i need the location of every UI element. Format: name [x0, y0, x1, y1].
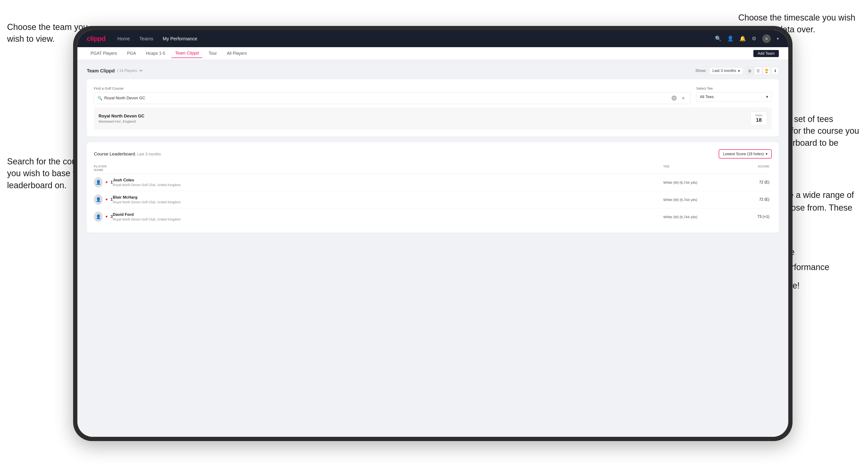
grid-view-button[interactable]: ⊞	[746, 67, 753, 74]
player-score-1: 72 (E)	[734, 180, 772, 184]
nav-team-clippd[interactable]: Team Clippd	[171, 49, 203, 58]
download-button[interactable]: ⬇	[771, 67, 779, 74]
table-row: 👤 ♥ 1 Josh Coles Royal North Devon Golf …	[94, 174, 772, 191]
player-score-2: 72 (E)	[734, 197, 772, 201]
bell-icon[interactable]: 🔔	[739, 36, 746, 42]
player-name-1: Josh Coles	[113, 178, 663, 183]
team-player-count: | 14 Players	[117, 69, 137, 73]
main-content: Team Clippd | 14 Players ✏ Show: Last 3 …	[78, 60, 788, 437]
settings-icon[interactable]: ⚙	[752, 36, 756, 42]
player-club-2: Royal North Devon Golf Club, United King…	[113, 200, 663, 204]
view-icons: ⊞ ☰ 🏆 ⬇	[746, 67, 779, 74]
player-heart-1[interactable]: ♥	[105, 180, 108, 184]
tee-group: Select Tee All Tees ▾	[696, 86, 772, 101]
nav-pgat[interactable]: PGAT Players	[87, 49, 121, 58]
player-rank-2: 1	[111, 197, 113, 202]
show-time-dropdown[interactable]: Last 3 months ▾	[710, 67, 743, 74]
course-result-location: Westward Ho!, England	[99, 119, 144, 123]
search-icon[interactable]: 🔍	[715, 36, 721, 42]
player-avatar-3: 👤	[94, 212, 102, 222]
clear-search-button[interactable]: ✕	[672, 96, 677, 101]
trophy-view-button[interactable]: 🏆	[763, 67, 770, 74]
player-info-1: Josh Coles Royal North Devon Golf Club, …	[113, 178, 663, 187]
player-name-2: Blair McHarg	[113, 195, 663, 200]
nav-my-performance[interactable]: My Performance	[163, 36, 197, 41]
show-chevron-icon: ▾	[738, 69, 740, 73]
search-group: Find a Golf Course 🔍 ✕ ★	[94, 86, 691, 104]
nav-pga[interactable]: PGA	[123, 49, 140, 58]
tablet-shell: clippd Home Teams My Performance 🔍 👤 🔔 ⚙…	[73, 26, 793, 441]
select-tee-label: Select Tee	[696, 86, 772, 90]
holes-label: Holes	[755, 114, 763, 117]
leaderboard-card: Course Leaderboard, Last 3 months Lowest…	[87, 142, 779, 232]
top-nav: clippd Home Teams My Performance 🔍 👤 🔔 ⚙…	[78, 30, 788, 47]
leaderboard-table: PLAYER NAME TEE SCORE 👤 ♥ 1 Josh	[94, 163, 772, 225]
avatar-chevron: ▾	[777, 36, 779, 41]
player-info-2: Blair McHarg Royal North Devon Golf Club…	[113, 195, 663, 204]
nav-all-players[interactable]: All Players	[223, 49, 251, 58]
holes-box: Holes 18	[750, 112, 767, 125]
course-result[interactable]: Royal North Devon GC Westward Ho!, Engla…	[94, 107, 772, 129]
course-result-name: Royal North Devon GC	[99, 114, 144, 119]
course-result-info: Royal North Devon GC Westward Ho!, Engla…	[99, 114, 144, 123]
player-rank-cell-2: 👤 ♥ 1	[94, 194, 113, 205]
course-search-input[interactable]	[104, 96, 670, 100]
player-rank-3: 3	[111, 214, 113, 219]
nav-links: Home Teams My Performance	[117, 36, 715, 41]
card-view-button[interactable]: ☰	[754, 67, 762, 74]
holes-value: 18	[755, 117, 763, 123]
nav-icons: 🔍 👤 🔔 ⚙ A ▾	[715, 34, 779, 43]
tee-chevron-icon: ▾	[766, 94, 768, 99]
player-rank-cell-1: 👤 ♥ 1	[94, 177, 113, 187]
score-filter-dropdown[interactable]: Lowest Score (18 holes) ▾	[719, 149, 772, 158]
player-avatar-2: 👤	[94, 194, 102, 205]
nav-hcaps[interactable]: Hcaps 1-5	[142, 49, 169, 58]
search-card: Find a Golf Course 🔍 ✕ ★ Select Tee All …	[87, 79, 779, 136]
player-tee-2: White (M) (6,744 yds)	[663, 198, 734, 201]
player-rank-1: 1	[111, 180, 113, 185]
player-name-3: David Ford	[113, 212, 663, 217]
score-filter-chevron-icon: ▾	[766, 152, 768, 156]
player-club-1: Royal North Devon Golf Club, United King…	[113, 183, 663, 187]
tee-value: All Tees	[700, 95, 714, 99]
tee-dropdown[interactable]: All Tees ▾	[696, 92, 772, 101]
show-value: Last 3 months	[713, 69, 736, 73]
player-tee-1: White (M) (6,744 yds)	[663, 181, 734, 184]
col-header-player: PLAYER NAME	[94, 165, 113, 172]
nav-teams[interactable]: Teams	[140, 36, 153, 41]
player-avatar-1: 👤	[94, 177, 102, 187]
team-header: Team Clippd | 14 Players ✏ Show: Last 3 …	[87, 67, 779, 74]
leaderboard-header: Course Leaderboard, Last 3 months Lowest…	[94, 149, 772, 158]
col-header-tee: TEE	[663, 165, 734, 172]
player-heart-2[interactable]: ♥	[105, 197, 108, 201]
table-header: PLAYER NAME TEE SCORE	[94, 163, 772, 174]
find-course-label: Find a Golf Course	[94, 86, 691, 90]
col-header-spacer	[113, 165, 663, 172]
show-label: Show:	[695, 68, 706, 73]
user-avatar[interactable]: A	[762, 34, 771, 43]
player-heart-3[interactable]: ♥	[105, 215, 108, 219]
show-controls: Show: Last 3 months ▾ ⊞ ☰ 🏆 ⬇	[695, 67, 779, 74]
tablet-screen: clippd Home Teams My Performance 🔍 👤 🔔 ⚙…	[78, 30, 788, 437]
player-club-3: Royal North Devon Golf Club, United King…	[113, 217, 663, 221]
table-row: 👤 ♥ 3 David Ford Royal North Devon Golf …	[94, 208, 772, 225]
player-info-3: David Ford Royal North Devon Golf Club, …	[113, 212, 663, 221]
add-team-button[interactable]: Add Team	[753, 50, 779, 57]
player-tee-3: White (M) (6,744 yds)	[663, 215, 734, 219]
person-icon[interactable]: 👤	[727, 36, 734, 42]
player-rank-cell-3: 👤 ♥ 3	[94, 212, 113, 222]
favorite-button[interactable]: ★	[680, 94, 687, 102]
search-row: Find a Golf Course 🔍 ✕ ★ Select Tee All …	[94, 86, 772, 104]
leaderboard-title: Course Leaderboard, Last 3 months	[94, 151, 161, 156]
nav-logo: clippd	[87, 35, 105, 42]
course-search-icon: 🔍	[97, 96, 102, 101]
team-title-group: Team Clippd | 14 Players ✏	[87, 68, 143, 73]
team-name: Team Clippd	[87, 68, 115, 73]
secondary-nav: PGAT Players PGA Hcaps 1-5 Team Clippd T…	[78, 47, 788, 60]
edit-team-icon[interactable]: ✏	[140, 68, 143, 73]
search-input-wrap: 🔍 ✕ ★	[94, 92, 691, 104]
nav-tour[interactable]: Tour	[205, 49, 220, 58]
leaderboard-title-group: Course Leaderboard, Last 3 months	[94, 151, 161, 157]
nav-home[interactable]: Home	[117, 36, 130, 41]
player-score-3: 73 (+1)	[734, 215, 772, 219]
